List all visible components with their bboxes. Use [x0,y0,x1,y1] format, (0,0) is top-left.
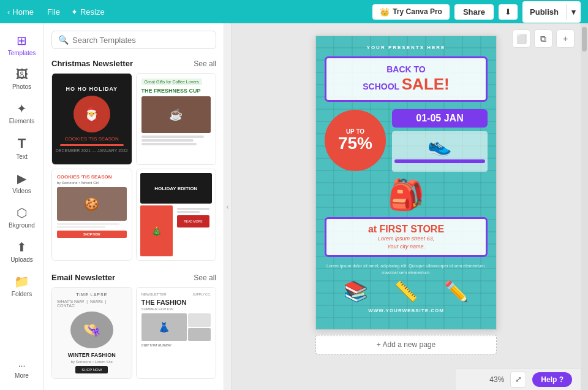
expand-icon: ⤢ [515,375,522,384]
fashion-big-image: 👗 [141,313,187,341]
main-layout: ⊞ Templates 🖼 Photos ✦ Elements T Text ▶… [0,23,588,390]
poster-address: Lorem ipsum street 63, Your city name. [334,235,478,250]
copy-tool-button[interactable]: ⧉ [534,29,552,48]
cookies-image: 🍪 [57,187,127,221]
publish-button[interactable]: Publish ▾ [522,1,581,23]
cookies-sub: by Someone • Advent Girl [57,181,127,185]
sidebar-item-photos[interactable]: 🖼 Photos [2,63,42,95]
poster-back-to: BACK TO School SALE! [335,64,477,94]
copy-icon: ⧉ [540,34,546,44]
canvas-area: ⬜ ⧉ + YOUR PRESENTS HERE BACK TO School [232,23,581,390]
christmas-see-all[interactable]: See all [194,59,216,68]
sidebar-item-background[interactable]: ⬡ Bkground [2,201,42,234]
sidebar-item-uploads[interactable]: ⬆ Uploads [2,235,42,268]
poster-canvas[interactable]: YOUR PRESENTS HERE BACK TO School SALE! … [315,36,497,330]
back-arrow-icon: ‹ [7,7,10,17]
templates-panel: 🔍 Christmas Newsletter See all HO HO HOL… [44,23,224,390]
resize-icon: ✦ [71,7,78,17]
winter-fashion-byline: by Someone • Lorem Site [71,360,113,364]
poster-top-text: YOUR PRESENTS HERE [325,45,488,50]
poster-website: WWW.YOURWEBSITE.COM [325,308,488,321]
template-card-the-fashion[interactable]: NEWSLETTER SUPPLY CO. THE FASHION SUMMER… [136,287,217,379]
nav-items: WHAT'S NEW | NEWS | CONTAC [57,299,127,308]
background-icon: ⬡ [17,205,27,220]
ho-ho-date: DECEMBER 2021 — JANUARY 2022 [56,148,128,153]
ruler-icon: 📏 [394,280,418,303]
add-icon: + [563,34,568,44]
time-lapse-label: TIME LAPSE [76,292,107,297]
poster-bottom-items: 📚 📏 ✏️ [325,280,488,303]
fashion-images: 👗 [141,313,211,341]
freshness-title: THE FRESHNESS CUP [141,88,211,94]
poster-date-box: 01-05 JAN [392,109,488,128]
canvas-scroll[interactable]: YOUR PRESENTS HERE BACK TO School SALE! … [232,23,581,390]
sidebar-item-folders[interactable]: 📁 Folders [2,269,42,302]
sidebar-item-more[interactable]: ··· More [2,356,42,384]
top-navigation: ‹ Home File ✦ Resize 👑 Try Canva Pro Sha… [0,0,588,23]
freshness-tag: Great Gifts for Coffee Lovers [141,78,202,85]
template-card-freshness-cup[interactable]: Great Gifts for Coffee Lovers THE FRESHN… [136,73,217,165]
poster-store-box: at FIRST STORE Lorem ipsum street 63, Yo… [325,217,488,257]
template-card-cookies[interactable]: COOKIES 'TIS SEASON by Someone • Advent … [51,169,132,261]
template-card-christmas-multi[interactable]: HOLIDAY EDITION 🎄 READ MORE [136,169,217,261]
fashion-sub: SUMMER EDITION [141,307,211,311]
poster-description: Lorem ipsum dolor sit amet, adipiscing e… [325,263,488,276]
collapse-icon: ‹ [227,204,228,210]
pencil-icon: ✏️ [444,280,469,303]
crown-icon: 👑 [380,7,390,17]
search-box[interactable]: 🔍 [51,31,216,49]
template-card-winter-fashion[interactable]: TIME LAPSE WHAT'S NEW | NEWS | CONTAC 👒 … [51,287,132,379]
photos-icon: 🖼 [16,67,28,82]
christmas-section-header: Christmas Newsletter See all [51,59,216,68]
share-button[interactable]: Share [454,4,494,20]
email-see-all[interactable]: See all [194,273,216,282]
elements-icon: ✦ [17,101,27,116]
folders-icon: 📁 [14,274,29,289]
search-input[interactable] [72,36,209,45]
christmas-section-title: Christmas Newsletter [51,59,133,68]
ho-ho-subtitle: COOKIES 'TIS SEASON [65,136,119,142]
sidebar-item-label: Photos [12,83,31,90]
help-button[interactable]: Help ? [532,372,572,387]
sidebar-item-elements[interactable]: ✦ Elements [2,96,42,129]
more-icon: ··· [18,361,26,370]
sidebar-item-templates[interactable]: ⊞ Templates [2,28,42,61]
sidebar-item-label: Bkground [9,222,35,229]
sidebar-item-label: Videos [12,188,31,194]
email-template-grid: TIME LAPSE WHAT'S NEW | NEWS | CONTAC 👒 … [51,287,216,379]
shop-now-btn[interactable]: SHOP NOW [75,366,108,373]
nav-file[interactable]: File [41,7,66,17]
download-button[interactable]: ⬇ [499,4,518,20]
frame-tool-button[interactable]: ⬜ [512,29,530,48]
bottom-bar: 43% ⤢ Help ? [456,368,581,390]
text-icon: T [18,136,26,151]
ho-ho-image: 🎅 [74,96,110,132]
zoom-expand-button[interactable]: ⤢ [510,372,526,388]
add-new-page-bar[interactable]: + Add a new page [315,335,497,354]
poster-shelf [394,159,485,163]
sidebar-item-label: Folders [12,291,32,297]
publish-dropdown-arrow[interactable]: ▾ [566,4,581,20]
cookies-title: COOKIES 'TIS SEASON [57,174,127,180]
nav-resize[interactable]: ✦ Resize [71,7,105,17]
search-icon: 🔍 [58,35,69,45]
try-canva-pro-button[interactable]: 👑 Try Canva Pro [372,4,450,20]
right-scrollbar[interactable] [581,23,588,390]
zoom-level: 43% [489,375,504,384]
poster-shoe-area: 👟 [392,131,488,172]
template-card-ho-ho-holiday[interactable]: HO HO HOLIDAY 🎅 COOKIES 'TIS SEASON DECE… [51,73,132,165]
email-section-header: Email Newsletter See all [51,273,216,282]
poster-content: YOUR PRESENTS HERE BACK TO School SALE! … [316,36,496,329]
newsletter-label: NEWSLETTER [141,292,167,296]
panel-collapse-handle[interactable]: ‹ [224,23,232,390]
nav-back-home[interactable]: ‹ Home [7,7,34,17]
add-page-tool-button[interactable]: + [556,29,575,48]
fashion-nav: SUPPLY CO. [192,292,211,296]
email-section-title: Email Newsletter [51,273,115,282]
sidebar-icons: ⊞ Templates 🖼 Photos ✦ Elements T Text ▶… [0,23,44,390]
uploads-icon: ⬆ [17,240,27,254]
sidebar-item-text[interactable]: T Text [2,131,42,165]
books-icon: 📚 [344,280,368,303]
poster-headline-box: BACK TO School SALE! [325,56,488,102]
sidebar-item-videos[interactable]: ▶ Videos [2,166,42,199]
